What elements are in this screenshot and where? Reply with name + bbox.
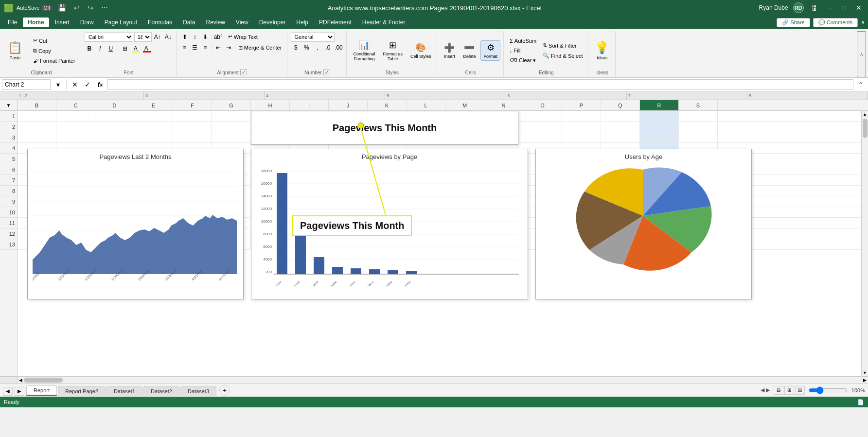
cancel-formula-btn[interactable]: ✕ <box>70 79 80 90</box>
page-layout-view-btn[interactable]: ⊞ <box>784 386 794 395</box>
cell-E1[interactable] <box>134 111 173 121</box>
merge-center-btn[interactable]: ⊡ Merge & Center <box>236 43 284 52</box>
sheet-tab-report-page2[interactable]: Report Page2 <box>58 386 106 396</box>
align-left-btn[interactable]: ≡ <box>180 43 190 52</box>
col-header-Q[interactable]: Q <box>601 100 640 110</box>
cell-styles-button[interactable]: 🎨 Cell Styles <box>407 40 434 61</box>
vertical-scrollbar[interactable]: ▲ ▼ <box>861 111 868 376</box>
menu-help[interactable]: Help <box>291 17 313 27</box>
cell-G1[interactable] <box>212 111 251 121</box>
col-header-E[interactable]: E <box>134 100 173 110</box>
scrollbar-thumb[interactable] <box>863 119 868 138</box>
comments-button[interactable]: 💬 Comments <box>813 18 858 27</box>
scroll-up-btn[interactable]: ▲ <box>862 111 868 118</box>
insert-function-btn[interactable]: fx <box>95 79 106 90</box>
menu-draw[interactable]: Draw <box>75 17 99 27</box>
h-scrollbar[interactable]: ◀ ▶ <box>18 377 868 383</box>
ribbon-display-btn[interactable]: 🎛 <box>809 3 820 13</box>
autosave-state[interactable]: Off <box>41 5 53 11</box>
increase-indent-btn[interactable]: ⇥ <box>224 43 233 52</box>
col-header-N[interactable]: N <box>484 100 523 110</box>
cell-H1[interactable] <box>251 111 290 121</box>
cell-L1[interactable] <box>407 111 445 121</box>
decrease-font-btn[interactable]: A↓ <box>163 32 173 42</box>
col-header-K[interactable]: K <box>368 100 407 110</box>
menu-view[interactable]: View <box>231 17 253 27</box>
menu-page-layout[interactable]: Page Layout <box>100 17 142 27</box>
col-header-O[interactable]: O <box>523 100 562 110</box>
fill-color-button[interactable]: A <box>131 44 141 53</box>
format-button[interactable]: ⚙ Format <box>480 40 500 61</box>
alignment-dialog-launcher[interactable]: ⤢ <box>240 70 247 75</box>
menu-data[interactable]: Data <box>178 17 200 27</box>
collapse-ribbon-arrow[interactable]: ∧ <box>857 31 866 77</box>
col-header-J[interactable]: J <box>329 100 368 110</box>
menu-header-footer[interactable]: Header & Footer <box>357 17 410 27</box>
col-header-I[interactable]: I <box>290 100 329 110</box>
conditional-formatting-button[interactable]: 📊 ConditionalFormatting <box>350 38 378 63</box>
autosum-button[interactable]: Σ AutoSum <box>507 36 539 45</box>
cell-R1[interactable] <box>640 111 679 121</box>
scroll-left-btn[interactable]: ◀ <box>18 378 24 383</box>
col-header-H[interactable]: H <box>251 100 290 110</box>
menu-home[interactable]: Home <box>23 17 49 27</box>
col-header-D[interactable]: D <box>95 100 134 110</box>
format-painter-button[interactable]: 🖌 Format Painter <box>31 56 78 65</box>
align-middle-btn[interactable]: ↕ <box>190 32 200 42</box>
collapse-ribbon-btn[interactable]: ∧ <box>861 19 865 26</box>
col-header-G[interactable]: G <box>212 100 251 110</box>
font-color-button[interactable]: A <box>142 44 151 53</box>
cell-C1[interactable] <box>56 111 95 121</box>
cell-N1[interactable] <box>484 111 523 121</box>
sheet-tab-report[interactable]: Report <box>26 385 57 396</box>
decrease-decimal-btn[interactable]: .0 <box>323 43 333 52</box>
save-button[interactable]: 💾 <box>55 3 69 13</box>
number-format-select[interactable]: General <box>291 32 335 42</box>
maximize-btn[interactable]: □ <box>840 3 849 13</box>
close-btn[interactable]: ✕ <box>853 3 864 13</box>
cell-B1[interactable] <box>18 111 56 121</box>
scroll-tabs-right[interactable]: ▶ <box>15 387 24 396</box>
expand-formula-btn[interactable]: ⌃ <box>855 79 866 90</box>
menu-review[interactable]: Review <box>201 17 230 27</box>
align-top-btn[interactable]: ⬆ <box>180 32 190 42</box>
italic-button[interactable]: I <box>95 44 105 53</box>
cell-S1[interactable] <box>679 111 718 121</box>
border-button[interactable]: ⊞ <box>120 44 130 53</box>
formula-input[interactable] <box>107 79 853 90</box>
font-name-select[interactable]: Calibri <box>85 32 133 42</box>
menu-pdfelement[interactable]: PDFelement <box>314 17 356 27</box>
menu-formulas[interactable]: Formulas <box>143 17 177 27</box>
scroll-right-btn[interactable]: ▶ <box>862 378 868 383</box>
share-button[interactable]: 🔗 Share <box>777 18 810 27</box>
scroll-tabs-left[interactable]: ◀ <box>3 387 13 396</box>
add-sheet-button[interactable]: + <box>219 385 230 396</box>
sheet-tab-dataset2[interactable]: Dataset2 <box>143 386 179 396</box>
format-as-table-button[interactable]: ⊞ Format asTable <box>380 38 406 63</box>
undo-button[interactable]: ↩ <box>71 3 82 13</box>
cell-Q1[interactable] <box>601 111 640 121</box>
col-header-M[interactable]: M <box>445 100 484 110</box>
zoom-slider[interactable] <box>809 386 848 394</box>
cell-K1[interactable] <box>368 111 407 121</box>
font-size-select[interactable]: 18 <box>134 32 152 42</box>
comma-btn[interactable]: , <box>312 43 322 52</box>
menu-insert[interactable]: Insert <box>50 17 74 27</box>
cell-P1[interactable] <box>562 111 601 121</box>
angle-text-btn[interactable]: ab° <box>213 32 223 42</box>
menu-developer[interactable]: Developer <box>254 17 291 27</box>
increase-font-btn[interactable]: A↑ <box>153 32 162 42</box>
sheet-tab-dataset3[interactable]: Dataset3 <box>180 386 216 396</box>
number-dialog-launcher[interactable]: ⤢ <box>323 70 330 75</box>
find-select-button[interactable]: 🔍 Find & Select <box>540 51 585 60</box>
cell-J1[interactable] <box>329 111 368 121</box>
bold-button[interactable]: B <box>85 44 94 53</box>
paste-button[interactable]: 📋 Paste <box>5 38 25 63</box>
user-avatar[interactable]: RD <box>793 2 804 13</box>
redo-button[interactable]: ↪ <box>85 3 96 13</box>
clear-button[interactable]: ⌫ Clear ▾ <box>507 56 539 65</box>
sheet-tab-dataset1[interactable]: Dataset1 <box>106 386 142 396</box>
align-bottom-btn[interactable]: ⬇ <box>200 32 210 42</box>
col-header-L[interactable]: L <box>407 100 445 110</box>
name-box[interactable] <box>2 79 51 90</box>
